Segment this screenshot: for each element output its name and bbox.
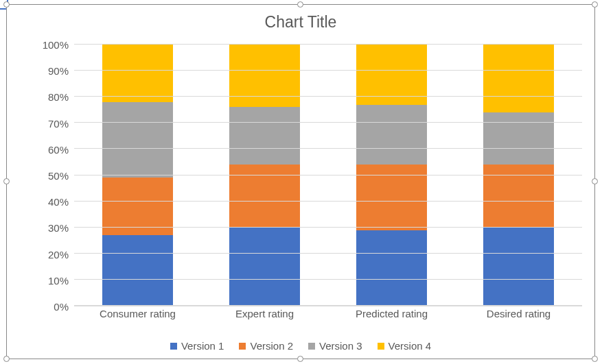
gridline <box>74 253 582 254</box>
gridline <box>74 70 582 71</box>
segment[interactable] <box>356 230 428 306</box>
gridline <box>74 175 582 175</box>
column-slot <box>455 45 582 306</box>
legend[interactable]: Version 1Version 2Version 3Version 4 <box>7 340 594 352</box>
segment[interactable] <box>229 45 301 107</box>
legend-label: Version 2 <box>250 340 293 352</box>
stacked-column[interactable] <box>102 45 174 306</box>
x-tick-label: Predicted rating <box>328 308 455 327</box>
legend-label: Version 4 <box>389 340 432 352</box>
y-tick-label: 10% <box>48 274 69 286</box>
plot-area[interactable] <box>74 45 582 306</box>
gridline <box>74 279 582 280</box>
column-slot <box>74 45 201 306</box>
legend-item[interactable]: Version 4 <box>378 340 432 352</box>
y-tick-label: 100% <box>43 39 69 51</box>
y-tick-label: 80% <box>48 91 69 103</box>
chart-object[interactable]: Chart Title 0%10%20%30%40%50%60%70%80%90… <box>6 4 595 359</box>
gridline <box>74 227 582 228</box>
gridline <box>74 122 582 123</box>
legend-swatch-icon <box>239 343 246 350</box>
plot-wrap: 0%10%20%30%40%50%60%70%80%90%100% <box>34 45 582 306</box>
resize-handle-bottom-left[interactable] <box>3 356 10 362</box>
legend-label: Version 1 <box>181 340 224 352</box>
segment[interactable] <box>229 228 301 306</box>
y-axis[interactable]: 0%10%20%30%40%50%60%70%80%90%100% <box>34 45 74 306</box>
y-tick-label: 40% <box>48 196 69 208</box>
x-axis[interactable]: Consumer ratingExpert ratingPredicted ra… <box>74 308 582 327</box>
resize-handle-middle-left[interactable] <box>3 178 10 184</box>
stacked-column[interactable] <box>356 45 428 306</box>
y-tick-label: 20% <box>48 248 69 260</box>
resize-handle-top-middle[interactable] <box>297 1 303 8</box>
column-slot <box>328 45 455 306</box>
gridline <box>74 96 582 97</box>
resize-handle-top-right[interactable] <box>592 1 598 8</box>
y-tick-label: 30% <box>48 222 69 234</box>
legend-swatch-icon <box>378 343 384 350</box>
legend-item[interactable]: Version 1 <box>170 340 224 352</box>
gridline <box>74 148 582 149</box>
segment[interactable] <box>483 112 555 165</box>
segment[interactable] <box>102 102 174 178</box>
resize-handle-bottom-right[interactable] <box>592 356 598 362</box>
y-tick-label: 60% <box>48 143 69 155</box>
segment[interactable] <box>356 105 428 165</box>
gridline <box>74 305 582 306</box>
segment[interactable] <box>483 228 555 306</box>
gridline <box>74 201 582 202</box>
segment[interactable] <box>102 45 174 102</box>
legend-label: Version 3 <box>319 340 362 352</box>
x-tick-label: Expert rating <box>201 308 328 327</box>
x-tick-label: Consumer rating <box>74 308 201 327</box>
x-tick-label: Desired rating <box>455 308 582 327</box>
y-tick-label: 90% <box>48 65 69 77</box>
legend-swatch-icon <box>170 343 177 350</box>
segment[interactable] <box>229 107 301 165</box>
gridline <box>74 44 582 45</box>
legend-item[interactable]: Version 3 <box>308 340 362 352</box>
segment[interactable] <box>483 45 555 112</box>
resize-handle-bottom-middle[interactable] <box>297 356 303 362</box>
segment[interactable] <box>102 235 174 306</box>
y-tick-label: 0% <box>54 301 69 313</box>
y-tick-label: 50% <box>48 170 69 182</box>
resize-handle-top-left[interactable] <box>3 1 10 8</box>
resize-handle-middle-right[interactable] <box>592 178 598 184</box>
y-tick-label: 70% <box>48 117 69 129</box>
stacked-column[interactable] <box>483 45 555 306</box>
columns-container <box>74 45 582 306</box>
legend-item[interactable]: Version 2 <box>239 340 293 352</box>
legend-swatch-icon <box>308 343 315 350</box>
chart-title[interactable]: Chart Title <box>7 5 594 36</box>
stacked-column[interactable] <box>229 45 301 306</box>
column-slot <box>201 45 328 306</box>
